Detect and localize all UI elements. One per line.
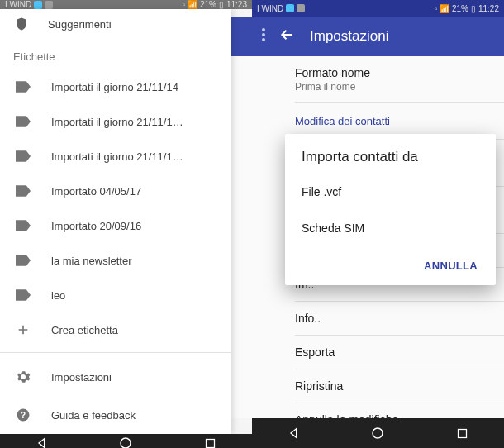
- label-text: Crea etichetta: [51, 324, 118, 336]
- svg-text:?: ?: [21, 410, 26, 420]
- app-bar: Impostazioni: [252, 17, 504, 56]
- clock: 11:22: [478, 4, 499, 13]
- label-text: la mia newsletter: [51, 255, 132, 267]
- clock: 11:23: [226, 0, 247, 9]
- nav-home[interactable]: [368, 424, 387, 442]
- pref-item[interactable]: Info..: [295, 302, 504, 336]
- label-icon: [15, 217, 31, 234]
- svg-rect-8: [458, 429, 466, 437]
- label-text: Importati il giorno 21/11/1…: [51, 150, 183, 163]
- overflow-icon[interactable]: [262, 28, 265, 45]
- dialog-option-sim[interactable]: Scheda SIM: [285, 210, 496, 246]
- carrier: I WIND: [257, 4, 283, 13]
- svg-point-4: [262, 28, 265, 31]
- page-title: Impostazioni: [310, 28, 388, 45]
- lte-icon: ▫: [434, 4, 437, 13]
- pref-name-format[interactable]: Formato nome Prima il nome: [295, 56, 504, 103]
- gear-icon: [15, 369, 31, 385]
- label-item[interactable]: Importato 04/05/17: [0, 174, 231, 208]
- help-icon: ?: [15, 407, 31, 423]
- label-icon: [15, 113, 31, 130]
- nav-back[interactable]: [285, 424, 303, 442]
- dialog-option-vcf[interactable]: File .vcf: [285, 174, 496, 210]
- label-item[interactable]: Importato 20/09/16: [0, 208, 231, 243]
- pref-restore[interactable]: Ripristina: [295, 369, 504, 403]
- battery: 21%: [452, 4, 468, 13]
- pref-title: Formato nome: [295, 66, 491, 79]
- pref-undo[interactable]: Annulla le modifiche: [295, 403, 504, 418]
- label-icon: [15, 79, 31, 95]
- svg-rect-3: [206, 439, 214, 447]
- svg-point-7: [373, 428, 383, 438]
- label-icon: [15, 183, 31, 199]
- import-dialog: Importa contatti da File .vcf Scheda SIM…: [285, 134, 496, 285]
- plus-icon: [15, 322, 31, 338]
- svg-point-2: [121, 438, 131, 448]
- notif-icon: [45, 1, 53, 9]
- suggestions-icon: [13, 16, 30, 32]
- label-text: Importato 20/09/16: [51, 220, 141, 232]
- label-icon: [15, 148, 31, 164]
- drawer-item-suggestions[interactable]: Suggerimenti: [0, 9, 231, 39]
- drawer-item-help[interactable]: ? Guida e feedback: [0, 396, 231, 434]
- drawer-item-settings[interactable]: Impostazioni: [0, 358, 231, 396]
- notif-icon: [297, 4, 305, 12]
- create-label[interactable]: Crea etichetta: [0, 312, 231, 347]
- svg-point-6: [262, 38, 265, 41]
- label-item[interactable]: la mia newsletter: [0, 243, 231, 278]
- label-text: Guida e feedback: [51, 409, 136, 422]
- lte-icon: ▫: [182, 0, 185, 9]
- label-item[interactable]: Importati il giorno 21/11/14: [0, 69, 231, 104]
- label-item[interactable]: Importati il giorno 21/11/1…: [0, 104, 231, 139]
- nav-recent[interactable]: [201, 434, 219, 448]
- cancel-button[interactable]: ANNULLA: [416, 253, 486, 279]
- notif-icon: [286, 4, 294, 12]
- section-header: Etichette: [0, 39, 231, 69]
- battery-icon: ▯: [471, 4, 476, 13]
- label-text: Impostazioni: [51, 371, 112, 384]
- label-text: leo: [51, 289, 65, 302]
- pref-export[interactable]: Esporta: [295, 336, 504, 369]
- nav-recent[interactable]: [453, 424, 471, 442]
- nav-back[interactable]: [33, 434, 51, 448]
- navigation-drawer: Suggerimenti Etichette Importati il gior…: [0, 9, 231, 434]
- nav-home[interactable]: [116, 434, 135, 448]
- divider: [0, 352, 231, 353]
- notif-icon: [34, 1, 42, 9]
- battery: 21%: [200, 0, 216, 9]
- label-item[interactable]: Importati il giorno 21/11/1…: [0, 139, 231, 174]
- dialog-title: Importa contatti da: [285, 134, 496, 174]
- label-icon: [15, 287, 31, 303]
- pref-sub: Prima il nome: [295, 81, 491, 93]
- label-item[interactable]: leo: [0, 278, 231, 312]
- back-icon[interactable]: [280, 27, 295, 45]
- carrier: I WIND: [5, 0, 31, 9]
- status-bar-left: I WIND ▫ 📶 21% ▯ 11:23: [0, 0, 252, 9]
- label-text: Importati il giorno 21/11/14: [51, 81, 178, 93]
- signal-icon: 📶: [440, 4, 449, 13]
- status-bar-right: I WIND ▫ 📶 21% ▯ 11:22: [252, 0, 504, 17]
- svg-point-5: [262, 33, 265, 36]
- nav-bar: [252, 418, 504, 448]
- label-icon: [15, 252, 31, 269]
- battery-icon: ▯: [219, 0, 224, 9]
- nav-bar: [0, 434, 252, 448]
- label-text: Importati il giorno 21/11/1…: [51, 116, 183, 128]
- label-text: Importato 04/05/17: [51, 185, 141, 198]
- label: Suggerimenti: [48, 18, 112, 31]
- signal-icon: 📶: [188, 0, 197, 9]
